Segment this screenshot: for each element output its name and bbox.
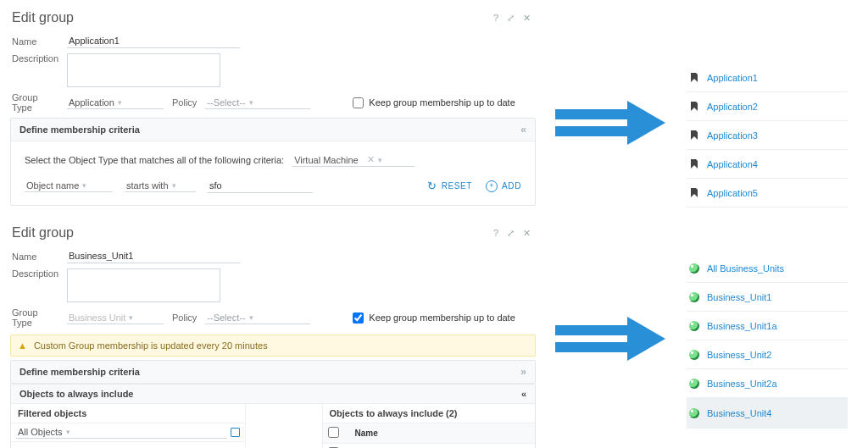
business-unit-label: Business_Unit4: [707, 408, 771, 418]
name-column-header: Name: [350, 423, 535, 444]
keep-membership-checkbox[interactable]: Keep group membership up to date: [353, 312, 515, 324]
description-label: Description: [12, 53, 58, 64]
tag-icon: [688, 130, 700, 141]
select-all-checkbox[interactable]: [328, 427, 339, 438]
filtered-objects-column: Filtered objects All Objects▾ ›Arctic SD…: [11, 404, 246, 448]
chevron-down-icon: ▾: [249, 98, 253, 107]
name-label: Name: [12, 252, 58, 262]
globe-icon: [688, 321, 700, 331]
tag-icon: [688, 72, 700, 83]
add-criteria-button[interactable]: +ADD: [486, 180, 521, 192]
business-unit-label: Business_Unit1: [707, 292, 771, 302]
tag-icon: [688, 158, 700, 169]
policy-label: Policy: [172, 312, 197, 323]
criteria-property-select[interactable]: Object name▾: [25, 180, 113, 192]
arrow-icon: [551, 97, 670, 148]
plus-icon: +: [486, 180, 498, 192]
tag-icon: [688, 187, 700, 198]
help-icon[interactable]: ?: [493, 228, 498, 239]
criteria-prompt: Select the Object Type that matches all …: [25, 155, 284, 165]
chevron-down-icon: ▾: [66, 428, 70, 436]
expand-section-icon[interactable]: »: [520, 366, 526, 378]
business-unit-label: All Business_Units: [707, 263, 784, 274]
edit-group-panel-application: Edit group ? ⤢ ✕ Name Description Group …: [10, 7, 536, 206]
chevron-down-icon: ▾: [172, 181, 176, 190]
include-list-column: Objects to always include (2) Name Appli…: [323, 404, 535, 448]
arrow-icon: [551, 313, 670, 364]
globe-icon: [688, 408, 700, 418]
application-label: Application5: [707, 188, 758, 198]
application-label: Application4: [707, 159, 758, 169]
warning-icon: ▲: [18, 340, 27, 351]
description-label: Description: [12, 268, 58, 279]
group-type-select[interactable]: Application▾: [67, 97, 164, 109]
adapter-tree[interactable]: ›Arctic SDDC Discovery Adapter›AWS›Azure…: [11, 442, 245, 448]
chevron-down-icon: ▾: [378, 156, 382, 164]
edit-group-panel-business-unit: Edit group ? ⤢ ✕ Name Description Group …: [10, 222, 536, 448]
help-icon[interactable]: ?: [493, 13, 498, 24]
filtered-objects-header: Filtered objects: [11, 404, 245, 423]
application-list-item[interactable]: Application3: [687, 121, 848, 150]
criteria-section-header: Define membership criteria: [19, 367, 140, 377]
business-unit-label: Business_Unit2a: [707, 379, 777, 389]
close-icon[interactable]: ✕: [523, 13, 531, 24]
policy-label: Policy: [172, 97, 197, 108]
criteria-operator-select[interactable]: starts with▾: [125, 180, 196, 192]
filter-settings-icon[interactable]: [231, 428, 240, 437]
keep-membership-checkbox[interactable]: Keep group membership up to date: [353, 97, 515, 108]
tag-icon: [688, 101, 700, 112]
chevron-down-icon: ▾: [82, 181, 86, 190]
group-type-label: Group Type: [12, 92, 58, 113]
reset-icon: ↻: [427, 180, 437, 192]
object-type-select[interactable]: Virtual Machine ✕ ▾: [292, 153, 415, 167]
business-unit-list-item[interactable]: Business_Unit2: [687, 340, 848, 369]
name-input[interactable]: [67, 249, 240, 263]
application-label: Application2: [707, 102, 758, 112]
business-unit-list-item[interactable]: Business_Unit2a: [687, 369, 848, 398]
name-label: Name: [12, 36, 58, 47]
application-label: Application1: [707, 73, 758, 83]
include-table-row[interactable]: Application3: [323, 444, 535, 449]
reset-button[interactable]: ↻RESET: [427, 180, 472, 192]
globe-icon: [688, 263, 700, 274]
include-table-header: Objects to always include (2): [323, 404, 535, 423]
group-type-select[interactable]: Business Unit▾: [67, 312, 164, 324]
collapse-icon[interactable]: «: [520, 124, 526, 136]
applications-result-list: Application1Application2Application3Appl…: [687, 64, 848, 207]
group-type-label: Group Type: [12, 307, 58, 328]
chevron-down-icon: ▾: [249, 313, 253, 322]
business-unit-label: Business_Unit1a: [707, 321, 777, 331]
transfer-buttons-column: ADD > < REMOVE: [246, 404, 323, 448]
description-textarea[interactable]: [67, 268, 220, 302]
dialog-title: Edit group: [12, 225, 74, 241]
policy-select[interactable]: --Select--▾: [205, 312, 310, 324]
business-units-result-list: All Business_UnitsBusiness_Unit1Business…: [687, 254, 848, 429]
globe-icon: [688, 379, 700, 389]
collapse-icon[interactable]: «: [521, 389, 526, 399]
filter-select[interactable]: All Objects▾: [16, 426, 227, 439]
include-section-header: Objects to always include: [19, 389, 134, 399]
name-input[interactable]: [67, 34, 240, 48]
application-list-item[interactable]: Application4: [687, 150, 848, 179]
criteria-section-header: Define membership criteria: [19, 124, 140, 135]
globe-icon: [688, 292, 700, 302]
expand-icon[interactable]: ⤢: [507, 228, 515, 239]
chevron-down-icon: ▾: [118, 98, 122, 107]
description-textarea[interactable]: [67, 53, 220, 87]
chevron-down-icon: ▾: [129, 313, 133, 322]
dialog-title: Edit group: [12, 10, 74, 25]
business-unit-list-item[interactable]: Business_Unit4: [687, 398, 848, 429]
application-list-item[interactable]: Application5: [687, 179, 848, 207]
globe-icon: [688, 350, 700, 360]
policy-select[interactable]: --Select--▾: [205, 97, 310, 109]
clear-icon[interactable]: ✕: [367, 154, 375, 165]
close-icon[interactable]: ✕: [523, 228, 531, 239]
application-list-item[interactable]: Application2: [687, 92, 848, 121]
business-unit-list-item[interactable]: Business_Unit1a: [687, 312, 848, 340]
business-unit-list-item[interactable]: All Business_Units: [687, 254, 848, 283]
update-interval-warning: ▲ Custom Group membership is updated eve…: [10, 335, 536, 357]
business-unit-list-item[interactable]: Business_Unit1: [687, 283, 848, 312]
application-list-item[interactable]: Application1: [687, 64, 848, 92]
expand-icon[interactable]: ⤢: [507, 13, 515, 24]
criteria-value-input[interactable]: [208, 179, 313, 193]
